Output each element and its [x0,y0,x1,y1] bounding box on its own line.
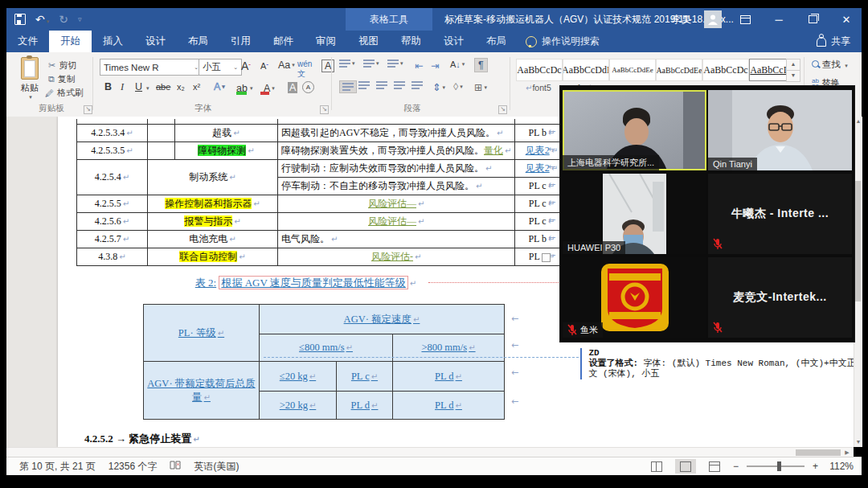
zoom-out-button[interactable]: − [733,461,739,472]
video-tile-huawei-p30[interactable]: HUAWEI P30 [563,174,706,254]
highlight-color-button[interactable]: ab▾ [236,81,252,95]
undo-icon[interactable]: ↶▾ [35,14,49,25]
text-effects-button[interactable]: A▾ [214,81,225,92]
line-spacing-button[interactable]: ⇕▾ [432,81,445,93]
font-size-select[interactable]: 小五⌄ [199,59,242,76]
risk-eval-link[interactable]: 风险评估— [368,215,416,227]
qat-customize-icon[interactable]: ▿ [78,16,82,23]
horizontal-scroll-thumb[interactable] [796,449,841,456]
redo-icon[interactable]: ↻ [59,14,68,25]
bullets-button[interactable]: ▾ [339,59,355,68]
vertical-scroll-thumb[interactable] [854,181,861,301]
tab-insert[interactable]: 插入 [92,31,134,52]
tab-home[interactable]: 开始 [49,31,92,52]
avatar[interactable] [704,10,722,28]
revision-link[interactable]: 量化 [484,145,503,156]
page-indicator[interactable]: 第 10 页, 共 21 页 [19,460,96,474]
save-icon[interactable] [14,14,26,25]
cut-button[interactable]: ✂剪切 [48,59,76,72]
style-item-1[interactable]: AaBbCcDc [516,59,563,81]
multilevel-list-button[interactable]: ▾ [387,59,403,68]
tab-references[interactable]: 引用 [219,31,262,52]
font-color-button[interactable]: A▾ [264,81,275,95]
read-mode-button[interactable] [646,459,667,474]
strikethrough-button[interactable]: abe [156,82,170,92]
risk-table[interactable]: 4.2.5.3.4↵ 超载↵ 因超载引起的AGV不稳定，而导致冲撞人员风险。↵ … [76,119,568,266]
superscript-button[interactable]: x² [193,82,200,92]
zoom-slider-thumb[interactable] [777,461,781,471]
numbering-button[interactable]: ▾ [363,59,379,68]
tab-review[interactable]: 审阅 [305,31,347,52]
show-formatting-marks-button[interactable]: ¶ [474,58,488,72]
styles-scroll-up-icon[interactable]: ▲ [786,59,800,71]
tab-mailings[interactable]: 邮件 [262,31,305,52]
italic-button[interactable]: I [121,81,124,93]
print-layout-button[interactable] [675,459,696,474]
ribbon-display-options-button[interactable] [735,9,755,30]
sort-button[interactable]: A↓▾ [450,59,465,69]
scroll-down-icon[interactable]: ▼ [854,437,862,447]
account-user-name[interactable]: 李昊 [672,13,691,27]
see-table2-link[interactable]: 见表2 [526,145,550,156]
increase-indent-button[interactable]: ⇥ [431,59,439,72]
video-tile-qin-tianyi[interactable]: Qin Tianyi [708,90,852,170]
tab-file[interactable]: 文件 [6,31,49,52]
tab-table-layout[interactable]: 布局 [475,31,518,52]
share-button[interactable]: 共享 [817,31,862,52]
style-item-4[interactable]: AaBbCcDdEe [656,59,702,81]
format-painter-button[interactable]: 🖉格式刷 [45,87,84,99]
styles-scroll-down-icon[interactable]: ▼ [786,70,800,82]
bold-button[interactable]: B [104,81,112,92]
zoom-slider[interactable] [747,465,805,467]
web-layout-button[interactable] [704,459,725,474]
language-indicator[interactable]: 英语(美国) [194,460,239,474]
video-conference-overlay[interactable]: 上海电器科学研究所... Qin Tianyi [560,86,854,342]
restore-button[interactable] [802,9,823,30]
scroll-up-icon[interactable]: ▲ [854,117,862,126]
zoom-in-button[interactable]: + [813,461,818,472]
name-tile-mai[interactable]: 麦竞文-Intertek... [708,257,852,338]
video-tile-shanghai[interactable]: 上海电器科学研究所... [563,90,706,170]
phonetic-guide-button[interactable]: wén文 [297,59,312,80]
tab-view[interactable]: 视图 [347,31,390,52]
align-left-button[interactable] [339,80,357,93]
copy-button[interactable]: ⧉复制 [48,73,76,85]
borders-button[interactable]: ⊞▾ [474,81,487,93]
logo-tile-yumi[interactable]: 鱼米 [563,257,706,338]
subscript-button[interactable]: x₂ [177,82,185,92]
change-case-button[interactable]: Aa▾ [278,59,295,71]
proofing-icon[interactable] [170,461,181,473]
character-shading-button[interactable]: A [288,82,297,93]
shrink-font-button[interactable]: Aˇ [260,61,268,71]
paste-button[interactable]: 粘贴 ▾ [14,57,45,102]
grow-font-button[interactable]: Aˆ [241,59,251,72]
tab-help[interactable]: 帮助 [390,31,432,52]
risk-eval-link[interactable]: 风险评估- [371,251,413,262]
shading-button[interactable]: ◊▾ [453,81,463,92]
underline-caret-icon[interactable]: ▾ [146,85,149,92]
clipboard-dialog-launcher[interactable]: ↘ [84,105,92,114]
enclose-characters-button[interactable]: A [302,81,314,93]
style-item-5[interactable]: AaBbCcDc [702,59,749,81]
find-button[interactable]: 查找 ▾ [812,59,848,71]
style-item-3[interactable]: AaBbCcDdEe [609,59,656,81]
tab-table-design[interactable]: 设计 [432,31,475,52]
table-resize-grip[interactable] [542,253,551,262]
name-tile-niu[interactable]: 牛曦杰 - Interte ... [708,174,852,254]
pl-table[interactable]: PL· 等级↵ AGV· 额定速度↵ ≤800 mm/s↵ >800 mm/s↵… [143,304,505,420]
word-count[interactable]: 12356 个字 [108,460,158,474]
font-dialog-launcher[interactable]: ↘ [320,105,329,114]
revision-comment[interactable]: ZD 设置了格式: 字体: (默认) Times New Roman, (中文)… [580,348,854,379]
character-border-button[interactable]: A [321,59,334,72]
risk-eval-link[interactable]: 风险评估— [368,198,416,209]
underline-button[interactable]: U [135,81,142,92]
align-right-button[interactable] [376,81,387,89]
minimize-button[interactable]: ─ [768,9,789,30]
decrease-indent-button[interactable]: ⇤ [415,59,423,72]
paragraph-dialog-launcher[interactable]: ↘ [498,105,507,114]
justify-button[interactable] [394,81,405,89]
tab-design[interactable]: 设计 [134,31,177,52]
tab-layout[interactable]: 布局 [177,31,219,52]
zoom-level[interactable]: 112% [826,461,854,472]
see-table2-link[interactable]: 见表2 [526,162,550,174]
